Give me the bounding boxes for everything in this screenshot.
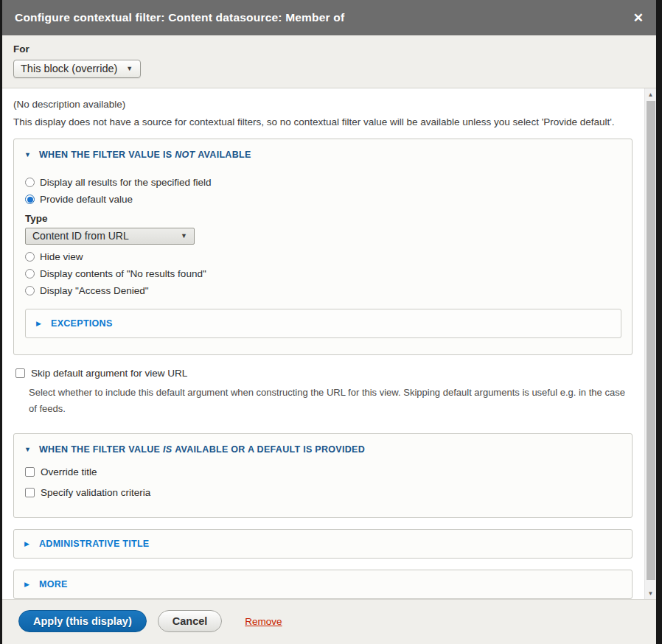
dialog-title: Configure contextual filter: Content dat…	[15, 11, 633, 24]
checkbox-skip-default-argument[interactable]: Skip default argument for view URL	[15, 368, 633, 379]
for-section: For This block (override) ▼	[2, 35, 656, 88]
radio-icon	[25, 269, 35, 279]
expand-arrow-icon: ▶	[36, 320, 51, 327]
scrollable-content: (No description available) This display …	[2, 88, 644, 599]
close-icon[interactable]: ✕	[633, 12, 644, 24]
chevron-down-icon: ▼	[126, 65, 133, 72]
dialog-body: (No description available) This display …	[2, 88, 656, 600]
radio-display-all-results[interactable]: Display all results for the specified fi…	[25, 177, 621, 188]
fieldset-filter-available: ▼ WHEN THE FILTER VALUE IS AVAILABLE OR …	[13, 433, 633, 518]
fieldset-available-legend[interactable]: ▼ WHEN THE FILTER VALUE IS AVAILABLE OR …	[24, 444, 621, 455]
vertical-scrollbar[interactable]: ▲ ▼	[644, 88, 656, 599]
collapse-arrow-icon: ▼	[24, 151, 39, 158]
collapse-arrow-icon: ▼	[24, 446, 39, 453]
fieldset-filter-not-available: ▼ WHEN THE FILTER VALUE IS NOT AVAILABLE…	[13, 139, 633, 355]
apply-button[interactable]: Apply (this display)	[18, 610, 147, 632]
display-source-warning: This display does not have a source for …	[13, 116, 633, 127]
checkbox-label: Override title	[41, 466, 97, 477]
type-select-value: Content ID from URL	[32, 230, 129, 242]
checkbox-icon	[25, 488, 35, 497]
radio-label: Provide default value	[40, 194, 133, 205]
radio-provide-default-value[interactable]: Provide default value	[25, 194, 621, 205]
checkbox-label: Skip default argument for view URL	[31, 368, 187, 379]
fieldset-more-legend[interactable]: ▶ MORE	[24, 579, 621, 589]
checkbox-icon	[15, 368, 25, 378]
checkbox-specify-validation-criteria[interactable]: Specify validation criteria	[25, 487, 621, 498]
fieldset-more: ▶ MORE	[13, 570, 633, 599]
checkbox-override-title[interactable]: Override title	[25, 466, 621, 477]
fieldset-not-available-content: Display all results for the specified fi…	[24, 177, 621, 338]
radio-display-no-results[interactable]: Display contents of "No results found"	[25, 268, 621, 279]
dialog-titlebar: Configure contextual filter: Content dat…	[2, 0, 656, 35]
scroll-up-icon[interactable]: ▲	[648, 89, 654, 100]
skip-default-argument-description: Select whether to include this default a…	[29, 385, 633, 417]
radio-label: Display contents of "No results found"	[40, 268, 206, 279]
radio-display-access-denied[interactable]: Display "Access Denied"	[25, 285, 621, 296]
chevron-down-icon: ▼	[181, 232, 187, 239]
checkbox-icon	[25, 467, 35, 477]
fieldset-exceptions-title: EXCEPTIONS	[51, 318, 113, 329]
radio-icon	[25, 178, 35, 187]
fieldset-not-available-title: WHEN THE FILTER VALUE IS NOT AVAILABLE	[39, 150, 251, 160]
fieldset-not-available-legend[interactable]: ▼ WHEN THE FILTER VALUE IS NOT AVAILABLE	[24, 150, 621, 160]
fieldset-available-title: WHEN THE FILTER VALUE IS AVAILABLE OR A …	[39, 444, 365, 455]
type-label: Type	[25, 213, 621, 224]
fieldset-exceptions: ▶ EXCEPTIONS	[25, 309, 621, 338]
radio-icon	[25, 286, 35, 295]
for-select-value: This block (override)	[21, 63, 117, 74]
fieldset-available-content: Override title Specify validation criter…	[24, 466, 621, 498]
radio-icon	[25, 252, 35, 262]
radio-hide-view[interactable]: Hide view	[25, 251, 621, 262]
checkbox-label: Specify validation criteria	[41, 487, 150, 498]
dialog-footer: Apply (this display) Cancel Remove	[2, 600, 656, 644]
expand-arrow-icon: ▶	[24, 540, 39, 547]
fieldset-more-text: MORE	[39, 579, 68, 589]
radio-label: Display all results for the specified fi…	[40, 177, 212, 188]
expand-arrow-icon: ▶	[24, 581, 39, 588]
fieldset-administrative-title-legend[interactable]: ▶ ADMINISTRATIVE TITLE	[24, 539, 621, 549]
no-description-text: (No description available)	[13, 99, 633, 110]
for-label: For	[13, 43, 644, 55]
fieldset-administrative-title-text: ADMINISTRATIVE TITLE	[39, 539, 150, 549]
for-select[interactable]: This block (override) ▼	[13, 60, 141, 78]
fieldset-exceptions-legend[interactable]: ▶ EXCEPTIONS	[36, 318, 610, 329]
remove-link[interactable]: Remove	[245, 616, 282, 627]
fieldset-administrative-title: ▶ ADMINISTRATIVE TITLE	[13, 529, 633, 559]
cancel-button[interactable]: Cancel	[158, 610, 223, 632]
radio-label: Display "Access Denied"	[40, 285, 149, 296]
configure-contextual-filter-dialog: Configure contextual filter: Content dat…	[2, 0, 656, 644]
type-select[interactable]: Content ID from URL ▼	[25, 228, 195, 245]
scrollbar-thumb[interactable]	[647, 101, 655, 580]
scroll-down-icon[interactable]: ▼	[648, 588, 654, 599]
radio-label: Hide view	[40, 251, 83, 262]
radio-icon	[25, 195, 35, 204]
